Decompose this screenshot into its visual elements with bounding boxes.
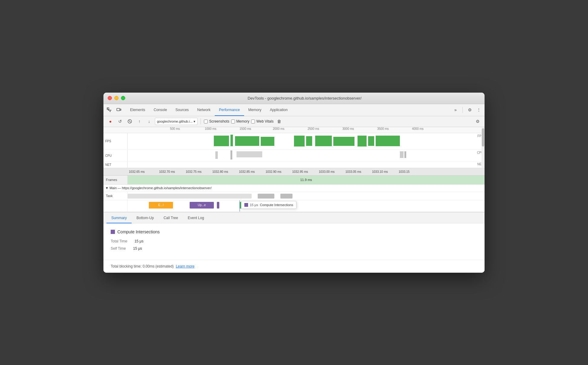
main-thread-header: ▼ Main — https://googlechrome.github.io/… [103,185,485,192]
memory-checkbox[interactable]: Memory [231,119,249,123]
zoomed-tick-8: 1033.05 ms [345,170,372,173]
svg-line-4 [129,120,131,122]
tab-performance[interactable]: Performance [215,104,244,116]
svg-rect-14 [368,136,374,146]
tab-elements[interactable]: Elements [126,104,149,116]
more-options-icon[interactable]: ⋮ [475,107,482,113]
inspect-icon[interactable] [106,107,113,113]
tick-1500ms: 1500 ms [240,127,251,130]
svg-rect-17 [230,150,232,159]
learn-more-link[interactable]: Learn more [176,264,194,268]
time-ruler: 500 ms 1000 ms 1500 ms 2000 ms 2500 ms 3… [103,127,485,133]
record-button[interactable]: ● [106,117,114,125]
upload-button[interactable]: ↑ [136,117,143,125]
task-label: Task [103,192,128,200]
download-button[interactable]: ↓ [145,117,153,125]
fps-content: FPS [128,133,485,150]
timeline-overview: 500 ms 1000 ms 1500 ms 2000 ms 2500 ms 3… [103,127,485,168]
summary-content: Compute Intersections Total Time 15 μs S… [103,223,485,260]
web-vitals-checkbox[interactable]: Web Vitals [251,119,273,123]
zoomed-time-ruler: 1032.65 ms 1032.70 ms 1032.75 ms 1032.80… [103,168,485,176]
net-track: NET NET [103,162,485,168]
fps-track: FPS [103,133,485,150]
tab-network[interactable]: Network [193,104,215,116]
device-toolbar-icon[interactable] [116,107,122,113]
tab-sources[interactable]: Sources [171,104,193,116]
summary-color-indicator [111,230,115,234]
call-content: E...l Up...e Co...rs 15 μs Compute Inter… [128,200,485,212]
settings-tab-icon[interactable]: ⚙ [466,107,473,113]
zoomed-timeline: 1032.65 ms 1032.70 ms 1032.75 ms 1032.80… [103,168,485,212]
traffic-lights [108,96,125,100]
net-content: NET [128,162,485,168]
toolbar-divider [201,118,201,124]
call-spacer [103,200,128,212]
task-bar-main[interactable] [128,194,252,199]
task-bars [128,192,485,200]
timeline-scrollbar[interactable] [482,127,485,168]
close-button[interactable] [108,96,112,100]
zoomed-tick-4: 1032.85 ms [239,170,266,173]
delete-recording-button[interactable]: 🗑 [275,117,283,125]
call-block-eval[interactable]: E...l [149,202,173,209]
svg-rect-2 [120,109,121,110]
dropdown-arrow-icon: ▾ [194,120,195,123]
svg-rect-9 [294,136,305,146]
call-block-small[interactable] [217,202,219,209]
svg-rect-16 [215,151,218,159]
tick-2500ms: 2500 ms [308,127,319,130]
cursor-line [240,200,240,212]
task-bar-2[interactable] [258,194,274,199]
tab-call-tree[interactable]: Call Tree [159,212,183,223]
cpu-track: CPU CPU [103,150,485,162]
more-tabs-icon[interactable]: » [452,107,459,113]
svg-rect-10 [306,136,312,146]
svg-rect-13 [358,136,367,146]
svg-rect-5 [214,136,229,146]
tick-1000ms: 1000 ms [205,127,216,130]
fps-label: FPS [103,133,128,150]
scrollbar-thumb[interactable] [482,128,484,146]
maximize-button[interactable] [121,96,125,100]
url-selector[interactable]: googlechrome.github.i... ▾ [155,118,198,125]
tick-3500ms: 3500 ms [377,127,389,130]
svg-rect-15 [376,136,400,146]
devtools-window: DevTools - googlechrome.github.io/sample… [103,93,485,273]
tab-event-log[interactable]: Event Log [183,212,209,223]
tab-application[interactable]: Application [266,104,292,116]
tab-bar-right: » ⚙ ⋮ [452,107,482,113]
devtools-body: Elements Console Sources Network Perform… [103,104,485,273]
zoomed-tick-9: 1033.10 ms [372,170,399,173]
tab-bottom-up[interactable]: Bottom-Up [132,212,158,223]
tab-bar: Elements Console Sources Network Perform… [103,104,485,116]
window-title: DevTools - googlechrome.github.io/sample… [129,96,480,100]
cpu-label: CPU [103,150,128,162]
reload-button[interactable]: ↺ [116,117,124,125]
summary-title: Compute Intersections [111,229,477,234]
total-blocking-row: Total blocking time: 0.00ms (estimated) … [103,260,485,273]
screenshots-checkbox[interactable]: Screenshots [204,119,229,123]
bottom-panel: Summary Bottom-Up Call Tree Event Log Co… [103,212,485,273]
tick-2000ms: 2000 ms [273,127,284,130]
clear-button[interactable] [126,117,134,125]
tab-memory[interactable]: Memory [244,104,266,116]
call-block-update[interactable]: Up...e [190,202,214,209]
performance-settings-icon[interactable]: ⚙ [474,117,482,125]
zoomed-tick-7: 1033.00 ms [319,170,345,173]
tab-summary[interactable]: Summary [106,212,132,223]
bottom-tabs: Summary Bottom-Up Call Tree Event Log [103,212,485,223]
task-row: Task [103,192,485,200]
tick-4000ms: 4000 ms [412,127,423,130]
self-time-stat: Self Time 15 μs [111,246,477,251]
svg-rect-11 [315,136,332,146]
tab-console[interactable]: Console [149,104,171,116]
tick-500ms: 500 ms [170,127,180,130]
svg-rect-8 [261,137,274,146]
svg-rect-12 [333,137,354,146]
net-label: NET [103,162,128,168]
minimize-button[interactable] [114,96,119,100]
frames-row: Frames 11.9 ms [103,176,485,185]
tooltip-color-box [244,203,248,207]
call-frames-row: E...l Up...e Co...rs 15 μs Compute Inter… [103,200,485,212]
task-bar-3[interactable] [280,194,292,199]
